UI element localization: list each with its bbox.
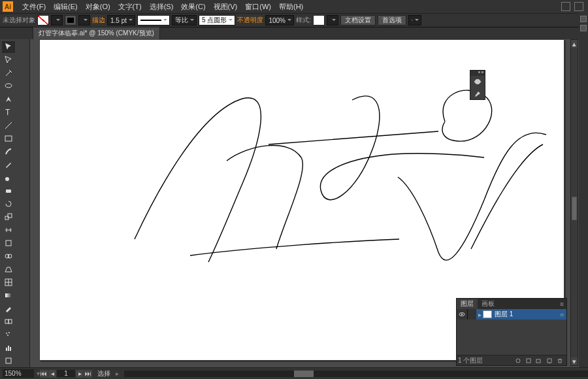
panel-menu-icon[interactable]: ≡ <box>557 301 566 308</box>
locate-object-icon[interactable] <box>514 357 523 365</box>
stroke-dropdown[interactable] <box>78 15 90 25</box>
scroll-down-icon[interactable]: ▾ <box>571 357 578 365</box>
line-tool[interactable] <box>2 120 15 131</box>
svg-rect-19 <box>6 348 7 351</box>
arrange-documents-icon[interactable] <box>561 2 570 11</box>
last-artboard-icon[interactable]: ⏭ <box>84 370 92 378</box>
menu-object[interactable]: 对象(O) <box>82 1 114 13</box>
stroke-profile[interactable] <box>137 15 170 25</box>
menu-file[interactable]: 文件(F) <box>18 1 50 13</box>
brush-definition[interactable]: 5 点圆形 <box>199 15 235 25</box>
svg-point-27 <box>475 79 480 84</box>
graphic-style-swatch[interactable] <box>313 15 325 25</box>
document-tab[interactable]: 灯管字体临摹.ai* @ 150% (CMYK/预览) <box>33 27 160 39</box>
svg-rect-6 <box>6 190 11 193</box>
expand-layer-icon[interactable]: ▸ <box>476 311 483 318</box>
vertical-scrollbar[interactable]: ▴ ▾ <box>570 39 578 366</box>
new-sublayer-icon[interactable] <box>534 357 544 365</box>
first-artboard-icon[interactable]: ⏮ <box>40 370 48 378</box>
layer-row[interactable]: ▸ 图层 1 ○ <box>457 309 566 320</box>
free-transform-tool[interactable] <box>2 237 15 249</box>
gradient-tool[interactable] <box>2 289 15 301</box>
style-label: 样式: <box>296 16 311 25</box>
align-to-dropdown[interactable] <box>408 15 421 25</box>
layer-count: 1 个图层 <box>458 356 513 365</box>
opacity-label[interactable]: 不透明度 <box>237 16 263 25</box>
layers-footer: 1 个图层 <box>457 355 566 365</box>
new-layer-icon[interactable] <box>545 357 554 365</box>
hscroll-thumb[interactable] <box>294 371 314 377</box>
app-icon: Ai <box>3 1 13 12</box>
svg-point-16 <box>6 333 7 334</box>
selection-tool[interactable] <box>2 41 15 53</box>
menu-effect[interactable]: 效果(C) <box>177 1 209 13</box>
artboard-number[interactable]: 1 <box>57 370 75 377</box>
horizontal-scrollbar[interactable] <box>124 371 588 377</box>
menu-help[interactable]: 帮助(H) <box>275 1 307 13</box>
blob-brush-tool[interactable] <box>2 172 15 184</box>
column-graph-tool[interactable] <box>2 342 15 354</box>
artboard-tool[interactable] <box>2 355 15 367</box>
opacity-field[interactable]: 100% <box>265 15 294 25</box>
floating-panel-header[interactable] <box>470 71 485 76</box>
appearance-panel-icon[interactable] <box>470 76 485 88</box>
fill-dropdown[interactable] <box>51 15 63 25</box>
stroke-ratio[interactable]: 等比 <box>172 15 197 25</box>
svg-point-30 <box>461 314 463 315</box>
lasso-tool[interactable] <box>2 80 15 92</box>
document-setup-button[interactable]: 文档设置 <box>340 15 376 25</box>
blend-tool[interactable] <box>2 316 15 327</box>
paintbrush-tool[interactable] <box>2 146 15 157</box>
magic-wand-tool[interactable] <box>2 67 15 79</box>
eyedropper-tool[interactable] <box>2 303 15 314</box>
menu-select[interactable]: 选择(S) <box>146 1 178 13</box>
graphic-styles-panel-icon[interactable] <box>470 88 485 99</box>
make-clipping-mask-icon[interactable] <box>524 357 533 365</box>
delete-layer-icon[interactable] <box>555 357 564 365</box>
workspace-switcher-icon[interactable] <box>574 2 583 11</box>
next-artboard-icon[interactable]: ▸ <box>76 370 84 378</box>
direct-selection-tool[interactable] <box>2 54 15 66</box>
svg-text:T: T <box>5 108 10 117</box>
tab-artboards[interactable]: 画板 <box>478 299 498 309</box>
svg-rect-15 <box>8 320 12 323</box>
symbol-sprayer-tool[interactable] <box>2 329 15 340</box>
target-icon[interactable]: ○ <box>557 311 566 318</box>
pencil-tool[interactable] <box>2 159 15 171</box>
stroke-swatch[interactable] <box>65 15 76 25</box>
menu-view[interactable]: 视图(V) <box>210 1 242 13</box>
layer-name[interactable]: 图层 1 <box>492 310 557 319</box>
svg-rect-4 <box>5 136 12 141</box>
floating-panel[interactable] <box>470 70 485 100</box>
stroke-label[interactable]: 描边 <box>92 16 105 25</box>
prev-artboard-icon[interactable]: ◂ <box>48 370 56 378</box>
layers-panel: 图层 画板 ≡ ▸ 图层 1 ○ 1 个图层 <box>456 298 567 366</box>
preferences-button[interactable]: 首选项 <box>378 15 406 25</box>
rectangle-tool[interactable] <box>2 133 15 144</box>
dock-icon-2[interactable] <box>580 25 587 31</box>
document-tabs: 灯管字体临摹.ai* @ 150% (CMYK/预览) <box>0 27 588 39</box>
menu-edit[interactable]: 编辑(E) <box>50 1 82 13</box>
menu-type[interactable]: 文字(T) <box>114 1 146 13</box>
visibility-toggle[interactable] <box>457 309 467 320</box>
type-tool[interactable]: T <box>2 107 15 118</box>
pen-tool[interactable] <box>2 93 15 105</box>
perspective-grid-tool[interactable] <box>2 263 15 275</box>
scale-tool[interactable] <box>2 211 15 223</box>
rotate-tool[interactable] <box>2 198 15 210</box>
scroll-up-icon[interactable]: ▴ <box>571 40 578 48</box>
scroll-thumb[interactable] <box>572 197 577 220</box>
eraser-tool[interactable] <box>2 185 15 197</box>
mesh-tool[interactable] <box>2 276 15 288</box>
lock-toggle[interactable] <box>467 309 476 320</box>
style-dropdown[interactable] <box>327 15 338 25</box>
fill-swatch[interactable] <box>37 15 49 25</box>
stroke-weight-field[interactable]: 1.5 pt <box>107 15 135 25</box>
tab-layers[interactable]: 图层 <box>457 299 478 309</box>
dock-icon-1[interactable] <box>580 16 587 22</box>
zoom-field[interactable]: 150% <box>3 369 34 378</box>
width-tool[interactable] <box>2 224 15 236</box>
menu-window[interactable]: 窗口(W) <box>241 1 275 13</box>
shape-builder-tool[interactable] <box>2 250 15 262</box>
right-dock <box>579 13 588 379</box>
